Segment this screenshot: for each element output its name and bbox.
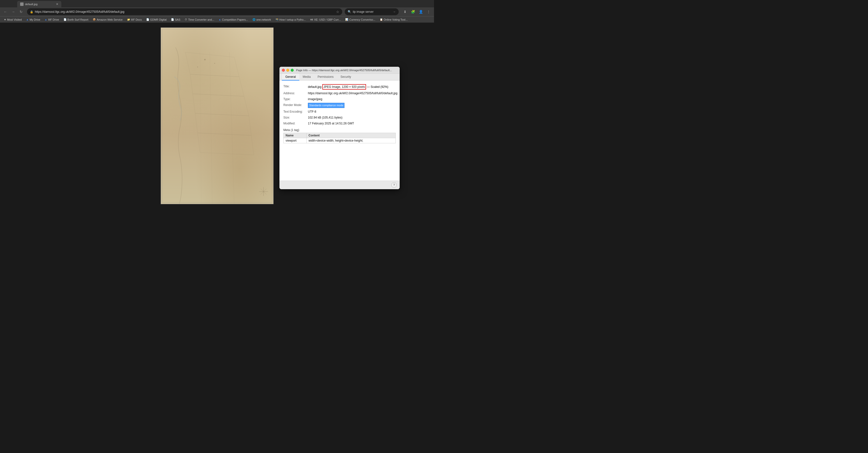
bookmark-label: How I setup a Pytho... (279, 18, 306, 21)
search-arrow-icon[interactable]: → (393, 10, 396, 13)
one-network-icon: 🌐 (252, 18, 255, 21)
meta-section: Meta (1 tag) Name Content viewport width… (283, 128, 396, 143)
bookmark-python[interactable]: 📸 How I setup a Pytho... (274, 18, 308, 22)
competition-icon: ▲ (219, 18, 221, 21)
iiif-docs-icon: 📁 (127, 18, 130, 21)
bookmark-sas[interactable]: 📄 SAS (169, 18, 182, 22)
bookmark-label: Competition Papers... (222, 18, 248, 21)
reload-button[interactable]: ↻ (18, 8, 25, 15)
text-encoding-value: UTF-8 (308, 110, 396, 114)
bookmark-one-network[interactable]: 🌐 one.network (250, 18, 273, 22)
render-mode-label: Render Mode: (283, 103, 308, 107)
address-row: Address: https://damsssl.llgc.org.uk/iii… (283, 90, 396, 96)
bookmarks-bar: ★ Most Visited ▲ My Drive ▲ IIIF Drive 📄… (0, 16, 434, 23)
map-inner (161, 28, 273, 204)
help-button[interactable]: ? (391, 182, 397, 188)
svg-point-10 (214, 63, 215, 64)
tab-general[interactable]: General (282, 73, 299, 81)
tab-media[interactable]: Media (299, 73, 314, 81)
bookmark-xe[interactable]: XE XE: USD / GBP Curr... (308, 18, 343, 22)
minimize-window-button[interactable] (286, 69, 289, 72)
meta-table: Name Content viewport width=device-width… (283, 133, 396, 143)
title-row: Title: default.jpg JPEG Image, 1200 × 92… (283, 84, 396, 90)
profile-icon[interactable]: 👤 (417, 8, 424, 15)
meta-col-content: Content (306, 133, 396, 138)
my-drive-icon: ▲ (26, 18, 29, 21)
meta-content-cell: width=device-width; height=device-height… (306, 138, 396, 143)
tab-title: default.jpg (25, 3, 55, 6)
xe-icon: XE (310, 19, 313, 21)
address-bar[interactable]: 🔒 https://damsssl.llgc.org.uk/iiif/2.0/i… (27, 8, 342, 15)
bookmark-star-icon[interactable]: ☆ (336, 10, 339, 14)
tab-security[interactable]: Security (337, 73, 354, 81)
bookmark-amazon-web[interactable]: 📦 Amazon Web Service (91, 18, 125, 22)
bookmark-label: SAS (175, 18, 180, 21)
dialog-title: Page Info — https://damsssl.llgc.org.uk/… (296, 69, 397, 72)
borth-surf-icon: 📄 (64, 18, 66, 21)
amazon-icon: 📦 (93, 18, 96, 21)
bookmark-currency[interactable]: 📊 Currency Converiso... (343, 18, 377, 22)
back-button[interactable]: ← (2, 8, 9, 15)
meta-col-name: Name (284, 133, 307, 138)
most-visited-icon: ★ (4, 18, 6, 21)
extensions-icon[interactable]: 🧩 (409, 8, 416, 15)
dialog-content: Title: default.jpg JPEG Image, 1200 × 92… (279, 81, 400, 181)
search-icon: 🔍 (348, 10, 351, 13)
downloads-icon[interactable]: ⬇ (402, 8, 408, 15)
page-info-dialog: Page Info — https://damsssl.llgc.org.uk/… (279, 67, 400, 189)
svg-line-2 (200, 52, 201, 204)
search-text: iip image server (353, 10, 374, 13)
toolbar: ← → ↻ 🔒 https://damsssl.llgc.org.uk/iiif… (0, 7, 434, 16)
bookmark-competition-papers[interactable]: ▲ Competition Papers... (217, 18, 250, 22)
dialog-titlebar: Page Info — https://damsssl.llgc.org.uk/… (279, 67, 400, 73)
title-label: Title: (283, 84, 308, 89)
address-text: https://damsssl.llgc.org.uk/iiif/2.0/ima… (35, 10, 335, 13)
bookmark-label: Amazon Web Service (97, 18, 123, 21)
size-value: 102.94 kB (105,411 bytes) (308, 115, 396, 120)
bookmark-my-drive[interactable]: ▲ My Drive (24, 18, 42, 22)
meta-row: viewport width=device-width; height=devi… (284, 138, 396, 143)
bookmark-label: Currency Converiso... (349, 18, 375, 21)
type-row: Type: image/jpeg (283, 96, 396, 102)
svg-point-9 (197, 66, 198, 67)
bookmark-iiif-docs[interactable]: 📁 IIIF Docs (125, 18, 144, 22)
text-encoding-label: Text Encoding: (283, 110, 308, 114)
title-filename: default.jpg (308, 85, 321, 89)
bookmark-label: Most Visited (7, 18, 22, 21)
maximize-window-button[interactable] (291, 69, 294, 72)
bookmark-label: IIIF Drive (48, 18, 59, 21)
sas-icon: 📄 (171, 18, 174, 21)
meta-empty-space (283, 143, 396, 178)
bookmark-gdmr[interactable]: 📄 GDMR Digital (144, 18, 168, 22)
bookmark-borth-surf[interactable]: 📄 Borth Surf Report (62, 18, 91, 22)
bookmark-time-converter[interactable]: ⏱ Time Converter and... (183, 18, 216, 22)
search-bar[interactable]: 🔍 iip image server → (345, 8, 399, 15)
title-highlighted: JPEG Image, 1200 × 920 pixels (322, 84, 366, 90)
address-label: Address: (283, 91, 308, 95)
size-label: Size: (283, 115, 308, 120)
size-row: Size: 102.94 kB (105,411 bytes) (283, 115, 396, 120)
bookmark-iiif-drive[interactable]: ▲ IIIF Drive (43, 18, 61, 22)
currency-icon: 📊 (345, 18, 348, 21)
browser-tab[interactable]: default.jpg ✕ (17, 1, 61, 7)
bookmark-label: IIIF Docs (131, 18, 142, 21)
browser-chrome: default.jpg ✕ ← → ↻ 🔒 https://damsssl.ll… (0, 0, 434, 23)
forward-button[interactable]: → (10, 8, 17, 15)
close-window-button[interactable] (282, 69, 285, 72)
render-mode-value: Standards compliance mode (308, 103, 344, 108)
svg-rect-11 (162, 29, 272, 203)
type-value: image/jpeg (308, 97, 396, 101)
svg-point-8 (204, 59, 206, 60)
svg-point-7 (263, 191, 264, 192)
bookmark-most-visited[interactable]: ★ Most Visited (2, 18, 24, 22)
map-svg (161, 28, 273, 204)
tab-permissions[interactable]: Permissions (314, 73, 337, 81)
bookmark-label: Online Voting Tool... (384, 18, 408, 21)
bookmark-online-voting[interactable]: 📋 Online Voting Tool... (378, 18, 410, 22)
bookmark-label: Borth Surf Report (67, 18, 89, 21)
tab-close-icon[interactable]: ✕ (56, 2, 58, 6)
tab-bar: default.jpg ✕ (0, 0, 434, 7)
menu-icon[interactable]: ⋮ (425, 8, 432, 15)
dialog-footer: ? (279, 181, 400, 189)
gdmr-icon: 📄 (146, 18, 149, 21)
